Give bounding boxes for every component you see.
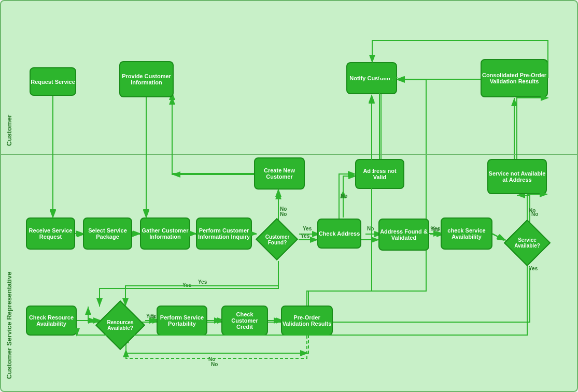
svg-text:No: No <box>208 356 215 362</box>
node-check-credit[interactable]: Check Customer Credit <box>221 306 268 336</box>
node-resources-available[interactable]: Resources Available? <box>95 300 145 350</box>
svg-text:No: No <box>529 208 535 213</box>
svg-text:Yes: Yes <box>182 282 192 288</box>
svg-text:No: No <box>211 361 218 367</box>
node-consolidated-results[interactable]: Consolidated Pre-Order Validation Result… <box>481 59 548 97</box>
swimlane-label-csr: Customer Service Representative <box>5 162 13 379</box>
node-perform-portability[interactable]: Perform Service Portability <box>157 306 207 336</box>
svg-text:Yes: Yes <box>303 226 312 231</box>
node-preorder-results[interactable]: Pre-Order Validation Results <box>281 306 333 336</box>
node-provide-info[interactable]: Provide Customer Information <box>119 61 174 97</box>
node-notify-customer[interactable]: Notify Customer <box>346 62 397 94</box>
svg-text:No: No <box>367 226 374 231</box>
node-check-resource[interactable]: Check Resource Availability <box>26 306 77 336</box>
node-perform-inquiry[interactable]: Perform Customer Information Inquiry <box>196 217 252 250</box>
node-receive-request[interactable]: Receive Service Request <box>26 217 75 250</box>
node-address-not-valid[interactable]: Address not Valid <box>355 159 404 189</box>
node-service-not-avail[interactable]: Service not Available at Address <box>487 159 547 194</box>
node-check-address[interactable]: Check Address <box>317 219 361 249</box>
node-select-package[interactable]: Select Service Package <box>83 217 132 250</box>
svg-text:No: No <box>531 211 538 217</box>
svg-text:Yes: Yes <box>198 279 207 285</box>
svg-text:Yes: Yes <box>430 226 440 232</box>
swimlane-label-customer: Customer <box>5 42 13 146</box>
diagram-container: Yes No No Yes No <box>0 0 578 392</box>
svg-text:No: No <box>280 211 287 217</box>
svg-text:No: No <box>341 193 347 199</box>
node-address-found[interactable]: Address Found & Validated <box>378 219 429 251</box>
svg-text:Yes: Yes <box>529 266 538 271</box>
node-check-service-avail[interactable]: check Service Availability <box>441 217 492 250</box>
svg-text:Yes: Yes <box>431 226 441 231</box>
svg-text:No: No <box>280 206 287 212</box>
node-service-available[interactable]: Service Available? <box>504 220 551 266</box>
swimlane-divider <box>1 154 577 155</box>
node-create-customer[interactable]: Create New Customer <box>254 157 305 190</box>
svg-text:Yes: Yes <box>301 233 310 239</box>
node-customer-found[interactable]: Customer Found? <box>256 219 299 261</box>
node-gather-info[interactable]: Gather Customer Information <box>140 217 190 250</box>
node-request-service[interactable]: Request Service <box>30 67 76 96</box>
svg-text:Yes: Yes <box>146 313 156 319</box>
